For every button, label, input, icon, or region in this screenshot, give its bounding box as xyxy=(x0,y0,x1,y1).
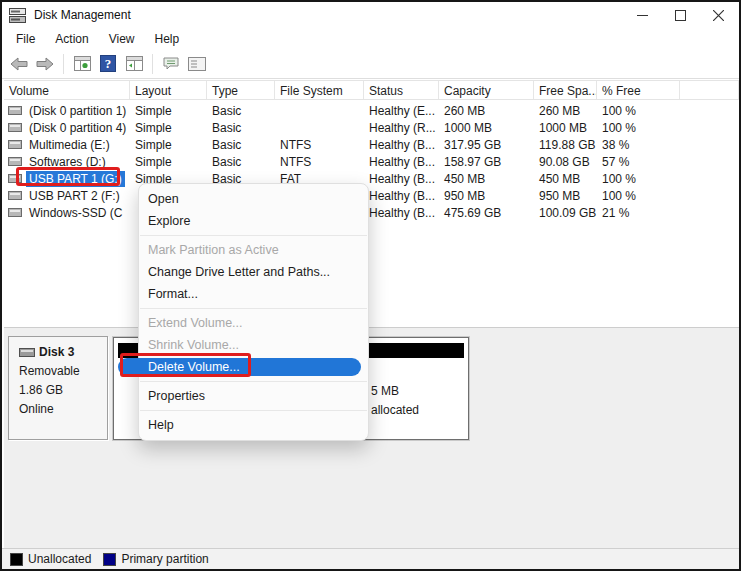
cell-free-space: 100.09 GB xyxy=(534,206,597,220)
disk-status: Online xyxy=(19,400,107,419)
menu-item-help[interactable]: Help xyxy=(139,414,368,436)
cell-pct-free: 57 % xyxy=(597,155,680,169)
disk-management-app-icon xyxy=(9,8,26,23)
cell-status: Healthy (B... xyxy=(364,206,439,220)
col-header-layout[interactable]: Layout xyxy=(130,81,207,99)
partition-label-text: allocated xyxy=(371,401,419,420)
cell-capacity: 158.97 GB xyxy=(439,155,534,169)
context-menu: OpenExploreMark Partition as ActiveChang… xyxy=(138,183,369,441)
cell-capacity: 317.95 GB xyxy=(439,138,534,152)
col-header-free-space[interactable]: Free Spa... xyxy=(534,81,597,99)
disk-icon xyxy=(19,348,35,357)
volume-list: Volume Layout Type File System Status Ca… xyxy=(4,80,739,327)
menu-item-change-drive-letter-and-paths[interactable]: Change Drive Letter and Paths... xyxy=(139,261,368,283)
volume-icon xyxy=(8,174,22,183)
table-row[interactable]: (Disk 0 partition 1) Simple Basic Health… xyxy=(4,102,739,119)
table-row[interactable]: USB PART 1 (G:) Simple Basic FAT Healthy… xyxy=(4,170,739,187)
maximize-button[interactable] xyxy=(661,2,699,28)
menu-separator xyxy=(140,410,367,411)
cell-file-system: NTFS xyxy=(275,155,364,169)
menu-item-format[interactable]: Format... xyxy=(139,283,368,305)
details-view-icon[interactable] xyxy=(122,52,146,76)
table-row[interactable]: Multimedia (E:) Simple Basic NTFS Health… xyxy=(4,136,739,153)
cell-layout: Simple xyxy=(130,121,207,135)
cell-pct-free: 38 % xyxy=(597,138,680,152)
cell-pct-free: 100 % xyxy=(597,189,680,203)
cell-capacity: 950 MB xyxy=(439,189,534,203)
table-row[interactable]: Windows-SSD (C Healthy (B... 475.69 GB 1… xyxy=(4,204,739,221)
cell-layout: Simple xyxy=(130,104,207,118)
help-icon[interactable]: ? xyxy=(96,52,120,76)
col-header-spacer xyxy=(680,81,739,99)
cell-status: Healthy (B... xyxy=(364,189,439,203)
menu-item-open[interactable]: Open xyxy=(139,188,368,210)
forward-icon[interactable] xyxy=(33,52,57,76)
menu-item-properties[interactable]: Properties xyxy=(139,385,368,407)
col-header-type[interactable]: Type xyxy=(207,81,275,99)
cell-capacity: 450 MB xyxy=(439,172,534,186)
cell-free-space: 950 MB xyxy=(534,189,597,203)
volume-name: (Disk 0 partition 4) xyxy=(26,120,129,136)
menu-bar: File Action View Help xyxy=(2,28,739,49)
console-tree-icon[interactable] xyxy=(70,52,94,76)
menu-help[interactable]: Help xyxy=(145,30,190,48)
menu-file[interactable]: File xyxy=(6,30,45,48)
cell-free-space: 90.08 GB xyxy=(534,155,597,169)
cell-free-space: 119.88 GB xyxy=(534,138,597,152)
cell-pct-free: 100 % xyxy=(597,104,680,118)
volume-list-header: Volume Layout Type File System Status Ca… xyxy=(4,80,739,100)
properties-view-icon[interactable] xyxy=(185,52,209,76)
disk3-header-box[interactable]: Disk 3 Removable 1.86 GB Online xyxy=(8,336,108,440)
volume-name: Softwares (D:) xyxy=(26,154,109,170)
cell-free-space: 260 MB xyxy=(534,104,597,118)
cell-pct-free: 100 % xyxy=(597,121,680,135)
cell-status: Healthy (R... xyxy=(364,121,439,135)
toolbar: ? xyxy=(2,49,739,79)
disk-name: Disk 3 xyxy=(39,343,74,362)
disk-media: Removable xyxy=(19,362,107,381)
menu-item-delete-volume[interactable]: Delete Volume... xyxy=(139,356,368,378)
cell-status: Healthy (B... xyxy=(364,172,439,186)
cell-layout: Simple xyxy=(130,155,207,169)
menu-separator xyxy=(140,308,367,309)
cell-status: Healthy (E... xyxy=(364,104,439,118)
menu-action[interactable]: Action xyxy=(45,30,98,48)
svg-text:?: ? xyxy=(105,56,112,71)
table-row[interactable]: (Disk 0 partition 4) Simple Basic Health… xyxy=(4,119,739,136)
disk-management-window: Disk Management File Action View Help xyxy=(0,0,741,571)
volume-icon xyxy=(8,208,22,217)
volume-icon xyxy=(8,191,22,200)
col-header-pct-free[interactable]: % Free xyxy=(597,81,680,99)
volume-icon xyxy=(8,140,22,149)
cell-type: Basic xyxy=(207,104,275,118)
action-pane-icon[interactable] xyxy=(159,52,183,76)
table-row[interactable]: Softwares (D:) Simple Basic NTFS Healthy… xyxy=(4,153,739,170)
cell-type: Basic xyxy=(207,155,275,169)
table-row[interactable]: USB PART 2 (F:) Healthy (B... 950 MB 950… xyxy=(4,187,739,204)
col-header-capacity[interactable]: Capacity xyxy=(439,81,534,99)
col-header-file-system[interactable]: File System xyxy=(275,81,364,99)
legend-swatch xyxy=(10,553,23,566)
menu-separator xyxy=(140,381,367,382)
menu-item-explore[interactable]: Explore xyxy=(139,210,368,232)
col-header-status[interactable]: Status xyxy=(364,81,439,99)
menu-item-extend-volume: Extend Volume... xyxy=(139,312,368,334)
volume-name: USB PART 2 (F:) xyxy=(26,188,123,204)
minimize-button[interactable] xyxy=(623,2,661,28)
close-button[interactable] xyxy=(699,2,737,28)
cell-layout: Simple xyxy=(130,138,207,152)
cell-type: Basic xyxy=(207,121,275,135)
volume-name: Multimedia (E:) xyxy=(26,137,113,153)
menu-view[interactable]: View xyxy=(99,30,145,48)
col-header-volume[interactable]: Volume xyxy=(4,81,130,99)
legend-item: Primary partition xyxy=(103,552,208,566)
legend-label: Primary partition xyxy=(121,552,208,566)
legend-item: Unallocated xyxy=(10,552,91,566)
volume-icon xyxy=(8,123,22,132)
cell-pct-free: 100 % xyxy=(597,172,680,186)
cell-capacity: 475.69 GB xyxy=(439,206,534,220)
cell-status: Healthy (B... xyxy=(364,155,439,169)
status-bar: Unallocated Primary partition xyxy=(2,548,739,569)
menu-item-shrink-volume: Shrink Volume... xyxy=(139,334,368,356)
back-icon[interactable] xyxy=(7,52,31,76)
